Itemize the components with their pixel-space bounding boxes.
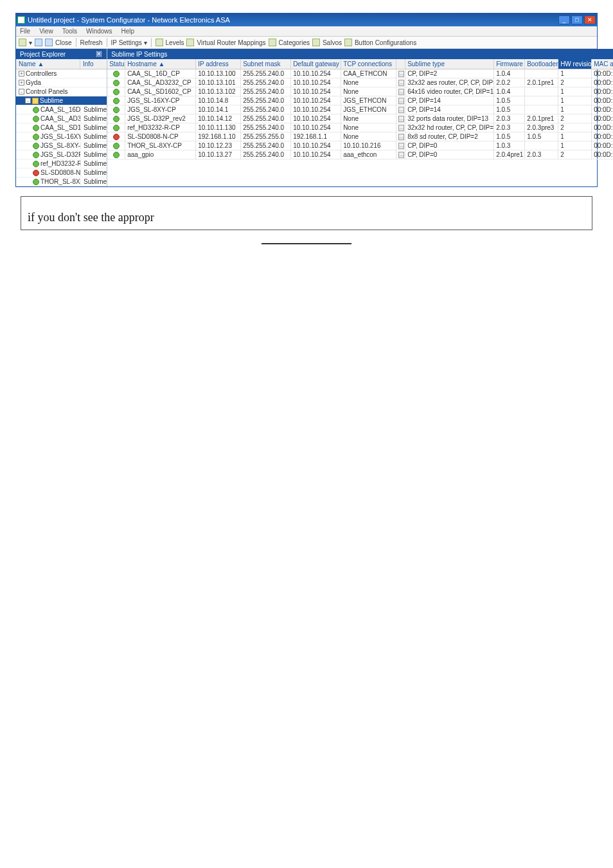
grid-col-header[interactable]: Bootloader bbox=[525, 59, 558, 69]
grid-col-header[interactable]: Subnet mask bbox=[241, 59, 291, 69]
grid-col-header[interactable]: Status bbox=[107, 59, 125, 69]
grid-col-header[interactable]: Sublime type bbox=[405, 59, 494, 69]
tree-row[interactable]: SL-SD0808-N-CPSublime bbox=[16, 168, 107, 177]
grid-body: CAA_SL_16D_CP10.10.13.100255.255.240.010… bbox=[107, 69, 613, 159]
tree-row[interactable]: +Gyda bbox=[16, 78, 107, 87]
save-icon[interactable] bbox=[45, 39, 53, 46]
grid-row[interactable]: JGS_SL-D32P_rev210.10.14.12255.255.240.0… bbox=[107, 114, 613, 123]
tcp-connections-button[interactable]: … bbox=[398, 71, 404, 77]
status-icon bbox=[113, 143, 120, 149]
grid-cell: 10.10.10.254 bbox=[291, 123, 341, 132]
tree-row[interactable]: JGS_SL-16XY-CPSublime bbox=[16, 132, 107, 141]
tcp-connections-button[interactable]: … bbox=[398, 143, 404, 149]
tree-row[interactable]: CAA_SL_SD1602_C…Sublime bbox=[16, 123, 107, 132]
expand-toggle[interactable]: - bbox=[19, 89, 24, 95]
tree-row[interactable]: -Control Panels bbox=[16, 87, 107, 96]
grid-col-header[interactable] bbox=[396, 59, 405, 69]
grid-col-header[interactable]: HW revision bbox=[558, 59, 592, 69]
tcp-connections-button[interactable]: … bbox=[398, 80, 404, 86]
tcp-connections-button[interactable]: … bbox=[398, 89, 404, 95]
tree-row[interactable]: THOR_SL-8XY-CPSublime bbox=[16, 177, 107, 186]
grid-cell: 10.10.10.254 bbox=[291, 141, 341, 150]
grid-col-header[interactable]: Hostname ▲ bbox=[125, 59, 196, 69]
menu-tools[interactable]: Tools bbox=[62, 28, 77, 35]
window-controls: _ □ ✕ bbox=[558, 15, 596, 24]
ip-settings-dropdown[interactable]: IP Settings ▾ bbox=[111, 39, 147, 46]
grid-row[interactable]: CAA_SL_AD3232_CP10.10.13.101255.255.240.… bbox=[107, 78, 613, 87]
grid-row[interactable]: CAA_SL_16D_CP10.10.13.100255.255.240.010… bbox=[107, 69, 613, 78]
minimize-button[interactable]: _ bbox=[558, 15, 570, 24]
grid-cell: None bbox=[341, 78, 396, 87]
grid-cell: 255.255.255.0 bbox=[241, 132, 291, 141]
menu-file[interactable]: File bbox=[20, 28, 30, 35]
menu-view[interactable]: View bbox=[39, 28, 53, 35]
grid-row[interactable]: SL-SD0808-N-CP192.168.1.10255.255.255.01… bbox=[107, 132, 613, 141]
expand-toggle[interactable]: + bbox=[19, 71, 24, 77]
grid-row[interactable]: JGS_SL-8XY-CP10.10.14.1255.255.240.010.1… bbox=[107, 105, 613, 114]
tree-col-info[interactable]: Info bbox=[80, 59, 107, 69]
app-icon bbox=[17, 16, 25, 24]
status-icon bbox=[33, 161, 39, 167]
project-tree[interactable]: +Controllers+Gyda-Control Panels-Sublime… bbox=[16, 69, 107, 186]
grid-row[interactable]: THOR_SL-8XY-CP10.10.12.23255.255.240.010… bbox=[107, 141, 613, 150]
tree-item-info: Sublime bbox=[80, 124, 107, 131]
grid-row[interactable]: ref_HD3232-R-CP10.10.11.130255.255.240.0… bbox=[107, 123, 613, 132]
grid-row[interactable]: aaa_gpio10.10.13.27255.255.240.010.10.10… bbox=[107, 150, 613, 159]
close-button[interactable]: ✕ bbox=[584, 15, 596, 24]
grid-col-header[interactable]: TCP connections bbox=[341, 59, 396, 69]
menu-windows[interactable]: Windows bbox=[86, 28, 112, 35]
close-button[interactable]: Close bbox=[55, 39, 72, 46]
tree-item-info: Sublime bbox=[80, 151, 107, 158]
new-icon[interactable] bbox=[19, 39, 26, 46]
grid-cell: 10.10.11.130 bbox=[196, 123, 241, 132]
grid-cell: 00:0D:39:0A:02:D6 bbox=[592, 132, 613, 141]
grid-cell: 10.10.12.23 bbox=[196, 141, 241, 150]
tcp-connections-button[interactable]: … bbox=[398, 134, 404, 140]
grid-cell: CAA_SL_16D_CP bbox=[125, 69, 196, 78]
tree-row[interactable]: ref_HD3232-R-CPSublime bbox=[16, 159, 107, 168]
grid-cell: 192.168.1.10 bbox=[196, 132, 241, 141]
status-icon bbox=[113, 107, 120, 113]
open-icon[interactable] bbox=[35, 39, 42, 46]
expand-toggle[interactable]: + bbox=[19, 80, 24, 86]
button-configs-button[interactable]: Button Configurations bbox=[355, 39, 416, 46]
tcp-connections-button[interactable]: … bbox=[398, 98, 404, 104]
app-window: Untitled project - System Configurator -… bbox=[15, 13, 598, 187]
tree-row[interactable]: +Controllers bbox=[16, 69, 107, 78]
grid-cell: CP, DIP=14 bbox=[405, 96, 494, 105]
tree-row[interactable]: CAA_SL_AD3232_C…Sublime bbox=[16, 114, 107, 123]
grid-col-header[interactable]: Firmware bbox=[494, 59, 525, 69]
grid-cell: 255.255.240.0 bbox=[241, 141, 291, 150]
grid-col-header[interactable]: MAC address bbox=[592, 59, 613, 69]
categories-button[interactable]: Categories bbox=[279, 39, 310, 46]
maximize-button[interactable]: □ bbox=[571, 15, 583, 24]
salvos-button[interactable]: Salvos bbox=[323, 39, 342, 46]
tree-col-name[interactable]: Name ▲ bbox=[16, 59, 80, 69]
refresh-button[interactable]: Refresh bbox=[80, 39, 103, 46]
menu-help[interactable]: Help bbox=[121, 28, 135, 35]
grid-cell: 10.10.10.254 bbox=[291, 105, 341, 114]
grid-cell: aaa_gpio bbox=[125, 150, 196, 159]
tree-row[interactable]: JGS_SL-8XY-CPSublime bbox=[16, 141, 107, 150]
grid-col-header[interactable]: IP address bbox=[196, 59, 241, 69]
grid-col-header[interactable]: Default gateway bbox=[291, 59, 341, 69]
status-icon bbox=[113, 98, 120, 104]
tree-row[interactable]: CAA_SL_16D_CPSublime bbox=[16, 105, 107, 114]
tcp-connections-button[interactable]: … bbox=[398, 107, 404, 113]
tree-row[interactable]: -Sublime bbox=[16, 96, 107, 105]
tree-item-info: Sublime bbox=[80, 160, 107, 167]
grid-cell: 1 bbox=[558, 105, 592, 114]
grid-row[interactable]: JGS_SL-16XY-CP10.10.14.8255.255.240.010.… bbox=[107, 96, 613, 105]
pane-close-button[interactable]: ✕ bbox=[95, 50, 103, 58]
vrm-button[interactable]: Virtual Router Mappings bbox=[197, 39, 265, 46]
levels-button[interactable]: Levels bbox=[166, 39, 184, 46]
tcp-connections-button[interactable]: … bbox=[398, 152, 404, 158]
grid-cell: CP, DIP=14 bbox=[405, 105, 494, 114]
tree-row[interactable]: JGS_SL-D32P_rev2Sublime bbox=[16, 150, 107, 159]
expand-toggle[interactable]: - bbox=[25, 98, 31, 104]
status-icon bbox=[33, 134, 39, 140]
tcp-connections-button[interactable]: … bbox=[398, 125, 404, 131]
grid-row[interactable]: CAA_SL_SD1602_CP10.10.13.102255.255.240.… bbox=[107, 87, 613, 96]
vrm-icon bbox=[186, 39, 194, 46]
tcp-connections-button[interactable]: … bbox=[398, 116, 404, 122]
